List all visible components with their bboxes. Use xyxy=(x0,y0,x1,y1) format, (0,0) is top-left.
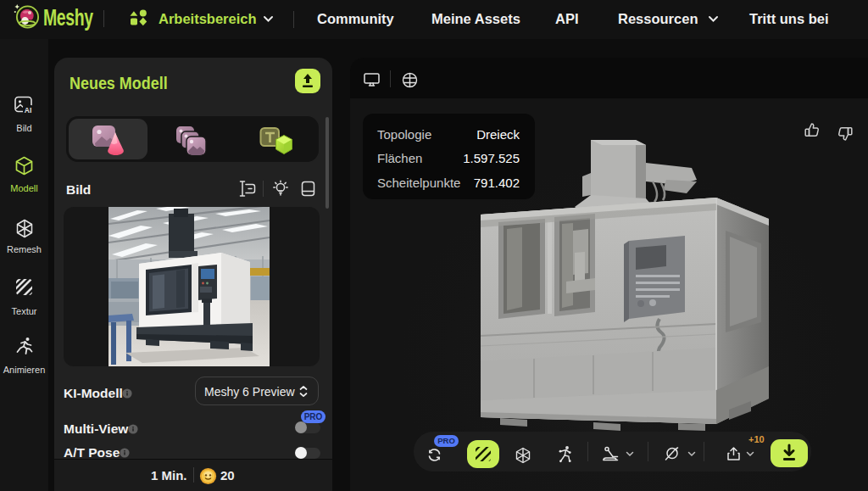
svg-text:AI: AI xyxy=(25,106,32,114)
